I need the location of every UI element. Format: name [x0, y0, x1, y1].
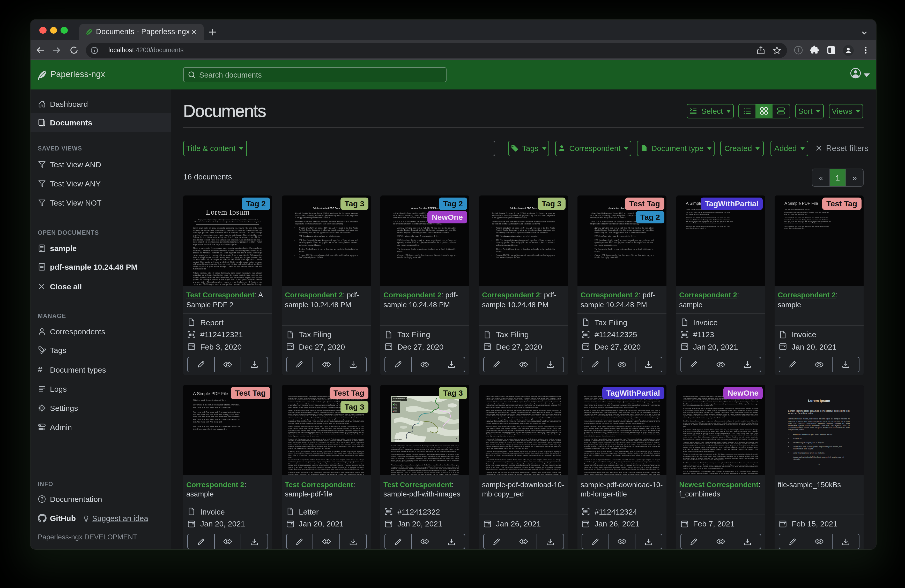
svg-text:Legend: Legend: [393, 403, 397, 404]
svg-text:Day 6: Day 6: [394, 411, 396, 412]
svg-text:Day 1: Day 1: [394, 404, 396, 405]
svg-text:for days in BWCA: for days in BWCA: [393, 400, 400, 401]
svg-text:Google Earth: Google Earth: [392, 439, 402, 441]
svg-text:Day 5: Day 5: [394, 410, 396, 411]
svg-text:Day 3: Day 3: [394, 407, 396, 408]
svg-text:Boundary Waters Trip: Boundary Waters Trip: [393, 398, 408, 399]
svg-text:Day 2: Day 2: [394, 406, 396, 406]
svg-text:Day 4: Day 4: [394, 408, 396, 409]
